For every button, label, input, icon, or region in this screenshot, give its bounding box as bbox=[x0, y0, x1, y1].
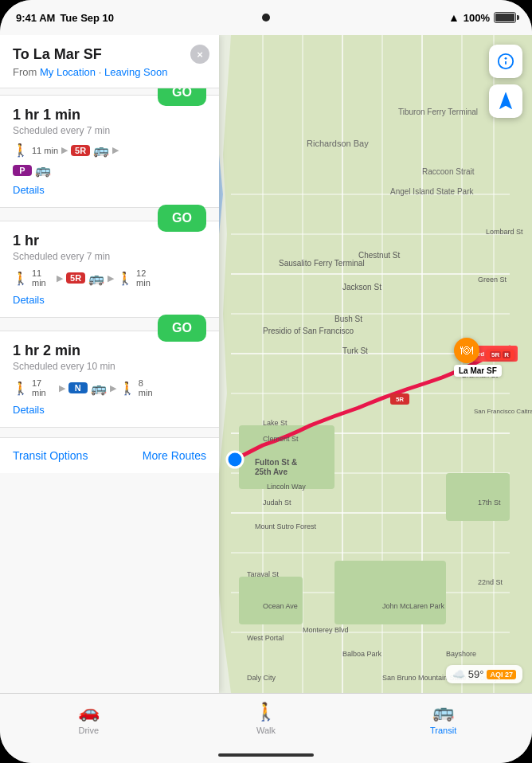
svg-text:Angel Island State Park: Angel Island State Park bbox=[390, 187, 475, 196]
arrow-4: ▶ bbox=[108, 273, 114, 284]
from-location-link[interactable]: My Location bbox=[40, 66, 96, 78]
badge-n-1: N bbox=[68, 382, 88, 393]
tab-drive[interactable]: 🚗 Drive bbox=[57, 702, 120, 735]
svg-text:Balboa Park: Balboa Park bbox=[342, 650, 382, 658]
battery-percent: 100% bbox=[464, 12, 490, 24]
route-1-schedule: Scheduled every 7 min bbox=[13, 125, 158, 136]
svg-text:Mount Sutro Forest: Mount Sutro Forest bbox=[255, 522, 317, 530]
svg-text:Monterey Blvd: Monterey Blvd bbox=[303, 626, 349, 634]
svg-text:17th St: 17th St bbox=[478, 499, 501, 507]
direction-panel: To La Mar SF From My Location · Leaving … bbox=[0, 35, 219, 693]
battery-icon bbox=[494, 12, 516, 23]
walk-icon-3: 🚶 bbox=[13, 381, 29, 396]
leaving-soon-label: Leaving Soon bbox=[104, 66, 168, 78]
step-min-3a: 17 min bbox=[32, 378, 56, 397]
waypoint-marker: 5R R bbox=[486, 350, 514, 360]
route-3-schedule: Scheduled every 10 min bbox=[13, 361, 158, 372]
tab-bar: 🚗 Drive 🚶 Walk 🚌 Transit bbox=[0, 693, 532, 763]
arrow-1: ▶ bbox=[61, 145, 68, 155]
status-bar-right: ▲ 100% bbox=[448, 11, 516, 24]
route-card-2: 1 hr Scheduled every 7 min 🚶 11 min ▶ 5R… bbox=[0, 221, 219, 318]
svg-text:Ocean Ave: Ocean Ave bbox=[263, 602, 298, 610]
go-button-2[interactable]: GO bbox=[158, 205, 206, 232]
svg-text:Presidio of San Francisco: Presidio of San Francisco bbox=[263, 327, 354, 335]
weather-badge: ☁️ 59° AQI 27 bbox=[446, 665, 522, 683]
weather-icon: ☁️ bbox=[452, 668, 465, 680]
weather-temp: 59° bbox=[468, 668, 484, 680]
details-link-2[interactable]: Details bbox=[13, 294, 206, 306]
svg-text:Richardson Bay: Richardson Bay bbox=[307, 139, 369, 148]
route-3-steps: 🚶 17 min ▶ N 🚌 ▶ 🚶 8 min bbox=[13, 378, 158, 397]
svg-text:Lombard St: Lombard St bbox=[486, 228, 523, 236]
svg-marker-64 bbox=[501, 94, 511, 108]
destination-label: La Mar SF bbox=[454, 365, 502, 377]
svg-text:25th Ave: 25th Ave bbox=[255, 468, 288, 476]
details-link-1[interactable]: Details bbox=[13, 184, 206, 196]
transit-options-link[interactable]: Transit Options bbox=[13, 449, 88, 462]
badge-5r-1: 5R bbox=[71, 145, 90, 156]
status-bar-left: 9:41 AM Tue Sep 10 bbox=[16, 12, 114, 24]
go-button-3[interactable]: GO bbox=[158, 315, 206, 342]
info-button[interactable] bbox=[489, 45, 522, 78]
walk-icon-2b: 🚶 bbox=[117, 271, 133, 286]
details-link-3[interactable]: Details bbox=[13, 404, 206, 416]
walk-icon-1: 🚶 bbox=[13, 143, 29, 158]
device-frame: 9:41 AM Tue Sep 10 ▲ 100% bbox=[0, 0, 532, 763]
svg-text:Judah St: Judah St bbox=[263, 499, 291, 507]
bus-icon-1: 🚌 bbox=[93, 143, 109, 158]
walk-label: Walk bbox=[256, 726, 276, 735]
transit-label: Transit bbox=[430, 726, 456, 735]
badge-p-1: P bbox=[13, 165, 32, 176]
step-min-2b: 12 min bbox=[136, 268, 158, 288]
aqi-badge: AQI 27 bbox=[487, 670, 516, 679]
svg-text:Lincoln Way: Lincoln Way bbox=[267, 483, 306, 491]
transit-icon: 🚌 bbox=[432, 702, 454, 722]
arrow-3: ▶ bbox=[57, 273, 63, 284]
wifi-icon: ▲ bbox=[448, 11, 460, 24]
svg-rect-22 bbox=[334, 561, 446, 624]
from-label: From bbox=[13, 66, 37, 78]
route-card-3: 1 hr 2 min Scheduled every 10 min 🚶 17 m… bbox=[0, 331, 219, 428]
svg-text:Clement St: Clement St bbox=[263, 435, 299, 443]
location-button[interactable] bbox=[489, 84, 522, 118]
panel-title: To La Mar SF bbox=[13, 46, 206, 63]
svg-text:West Portal: West Portal bbox=[247, 634, 284, 642]
route-1-extra: P 🚌 bbox=[13, 162, 158, 178]
bus-icon-2: 🚌 bbox=[88, 271, 104, 286]
svg-text:Taraval St: Taraval St bbox=[247, 570, 280, 578]
svg-text:San Francisco Caltrain: San Francisco Caltrain bbox=[474, 408, 532, 415]
status-bar: 9:41 AM Tue Sep 10 ▲ 100% bbox=[0, 0, 532, 35]
svg-text:Daly City: Daly City bbox=[247, 674, 276, 682]
tab-walk[interactable]: 🚶 Walk bbox=[234, 702, 298, 735]
walk-tab-icon: 🚶 bbox=[255, 702, 276, 722]
svg-text:Chestnut St: Chestnut St bbox=[358, 251, 400, 260]
route-card-1: 1 hr 1 min Scheduled every 7 min 🚶 11 mi… bbox=[0, 95, 219, 208]
map-overlay-buttons bbox=[489, 45, 522, 118]
more-routes-link[interactable]: More Routes bbox=[143, 449, 206, 462]
step-min-3b: 8 min bbox=[139, 378, 158, 397]
panel-subtitle: From My Location · Leaving Soon bbox=[13, 66, 206, 78]
camera-dot bbox=[262, 14, 270, 22]
svg-text:Bayshore: Bayshore bbox=[446, 650, 476, 658]
svg-text:Turk St: Turk St bbox=[342, 346, 368, 355]
arrow-5: ▶ bbox=[59, 383, 65, 393]
svg-text:Sausalito Ferry Terminal: Sausalito Ferry Terminal bbox=[279, 259, 365, 268]
tab-transit[interactable]: 🚌 Transit bbox=[412, 702, 475, 735]
status-date: Tue Sep 10 bbox=[60, 12, 114, 24]
svg-rect-21 bbox=[239, 577, 303, 624]
drive-icon: 🚗 bbox=[78, 702, 100, 722]
svg-text:22nd St: 22nd St bbox=[478, 578, 503, 586]
bus-icon-1b: 🚌 bbox=[35, 162, 51, 178]
svg-text:Jackson St: Jackson St bbox=[342, 283, 381, 292]
arrow-6: ▶ bbox=[110, 383, 116, 393]
badge-5r-2: 5R bbox=[66, 272, 85, 284]
status-time: 9:41 AM bbox=[16, 12, 55, 24]
walk-icon-3b: 🚶 bbox=[119, 381, 135, 396]
arrow-2: ▶ bbox=[112, 145, 119, 155]
walk-icon-2: 🚶 bbox=[13, 271, 29, 286]
route-2-steps: 🚶 11 min ▶ 5R 🚌 ▶ 🚶 12 min bbox=[13, 268, 158, 288]
svg-text:Bush St: Bush St bbox=[334, 315, 362, 323]
route-1-time: 1 hr 1 min bbox=[13, 107, 158, 123]
svg-text:Lake St: Lake St bbox=[263, 419, 288, 427]
close-button[interactable]: × bbox=[190, 45, 209, 64]
